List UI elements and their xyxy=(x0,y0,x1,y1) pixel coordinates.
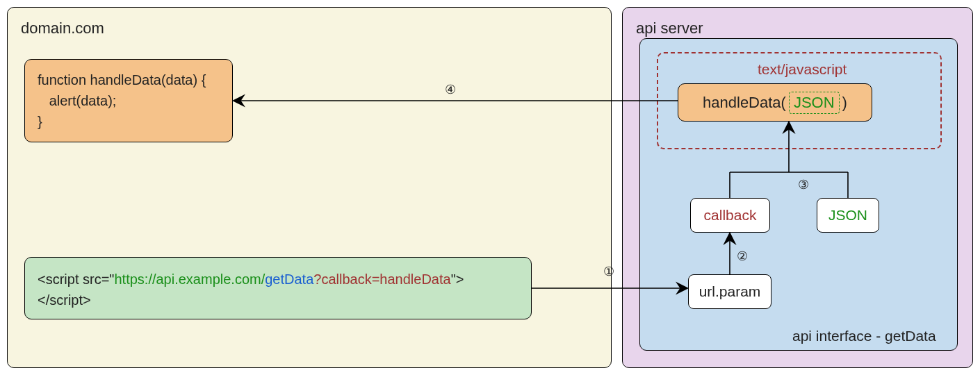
arrows-layer xyxy=(0,0,980,375)
jsonp-diagram: domain.com function handleData(data) { a… xyxy=(0,0,980,375)
